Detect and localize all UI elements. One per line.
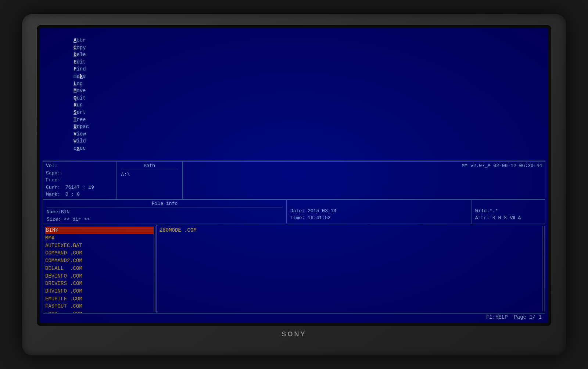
file-size-row: Size: << dir >> [47,216,283,223]
menu-find[interactable]: Find [74,66,86,72]
mm-version-box: MM v2.07_A 02-09-12 06:30:44 [183,162,545,199]
vol-label: Vol: [46,163,57,169]
menu-tree[interactable]: Tree [74,117,86,123]
menu-move[interactable]: Move [74,88,86,94]
main-panels: BIN¥ MM¥ AUTOEXEC.BAT COMMAND .COM COMMA… [43,225,545,313]
file-item-mm[interactable]: MM¥ [45,234,154,242]
page-label: Page [514,314,526,320]
menu-exec[interactable]: exec [74,145,86,151]
file-item-bin[interactable]: BIN¥ [45,227,154,234]
capa-row: Capa: [46,170,113,177]
file-item-command2[interactable]: COMMAND2.COM [45,257,154,265]
menu-run[interactable]: Run [74,102,83,108]
mm-version-text: MM v2.07_A [462,163,491,169]
mm-version: MM v2.07_A 02-09-12 06:30:44 [186,162,542,170]
file-item-drivers[interactable]: DRIVERS .COM [45,280,154,287]
page-total: 1 [539,314,542,320]
curr-val1: 76147 [65,185,80,190]
screen-content: Attr Copy Dele Edit Find make Log Move Q… [43,30,545,321]
top-info-row: Vol: Capa: Free: Curr:76147 : 19 Mark:0 … [43,161,545,199]
wild-row: Wild:*.* [475,207,541,215]
mark-label: Mark: [46,192,60,197]
path-title: Path [121,162,178,170]
file-time-row: Time: 16:41:52 [290,214,467,222]
menu-dele[interactable]: Dele [74,52,86,58]
file-date-row: Date: 2015-03-13 [290,207,467,215]
left-scrollbar[interactable] [154,226,156,312]
file-item-emufile[interactable]: EMUFILE .COM [45,295,154,303]
menu-attr[interactable]: Attr [74,37,86,43]
menu-log[interactable]: Log [74,81,83,87]
file-item-lock[interactable]: LOCK .COM [45,310,154,313]
right-file-item-z80mode[interactable]: Z80MODE .COM [159,227,542,234]
free-row: Free: [46,177,113,184]
file-item-delall[interactable]: DELALL .COM [45,265,154,272]
file-item-devinfo[interactable]: DEVINFO .COM [45,272,154,280]
tv-brand: SONY [282,330,306,338]
right-scrollbar[interactable] [542,226,545,312]
left-file-list: BIN¥ MM¥ AUTOEXEC.BAT COMMAND .COM COMMA… [43,225,156,313]
mark-val2: 0 [77,192,80,197]
menu-wild[interactable]: Wild [74,138,86,144]
help-text: F1:HELP [486,314,508,320]
left-info-panel: Vol: Capa: Free: Curr:76147 : 19 Mark:0 … [43,162,116,199]
file-info-heading: File info [47,200,283,208]
free-label: Free: [46,177,60,183]
datetime-text: 02-09-12 06:30:44 [493,163,542,169]
tv-body: Attr Copy Dele Edit Find make Log Move Q… [22,14,566,355]
path-box: Path A:\ [116,162,183,199]
mark-row: Mark:0 : 0 [46,191,113,198]
file-info-section: File info Name:BIN Size: << dir >> [43,199,287,224]
tv-screen-bezel: Attr Copy Dele Edit Find make Log Move Q… [37,25,551,326]
file-item-command[interactable]: COMMAND .COM [45,249,154,257]
file-wild-section: Wild:*.* Attr: R H S Ⅶ A [472,199,545,224]
status-bar: F1:HELP Page 1 / 1 [43,313,545,321]
curr-val2: 19 [88,185,94,190]
attr-row: Attr: R H S Ⅶ A [475,214,541,222]
left-panel: BIN¥ MM¥ AUTOEXEC.BAT COMMAND .COM COMMA… [43,225,157,313]
menu-quit[interactable]: Quit [74,95,86,101]
screen: Attr Copy Dele Edit Find make Log Move Q… [40,28,548,323]
right-panel: Z80MODE .COM [157,225,545,313]
file-name-row: Name:BIN [47,209,283,216]
vol-row: Vol: [46,162,113,170]
file-info-row: File info Name:BIN Size: << dir >> Date:… [43,199,545,224]
file-item-autoexec[interactable]: AUTOEXEC.BAT [45,242,154,250]
menu-edit[interactable]: Edit [74,59,86,65]
mark-val1: 0 [65,192,68,197]
menu-unpac[interactable]: Unpac [74,124,89,130]
menu-bar: Attr Copy Dele Edit Find make Log Move Q… [43,30,545,161]
file-date-section: Date: 2015-03-13 Time: 16:41:52 [287,199,472,224]
menu-sort[interactable]: Sort [74,109,86,115]
file-item-drvinfo[interactable]: DRVINFO .COM [45,287,154,295]
menu-make[interactable]: make [74,73,86,79]
capa-label: Capa: [46,170,60,176]
curr-label: Curr: [46,185,60,190]
curr-row: Curr:76147 : 19 [46,184,113,191]
menu-copy[interactable]: Copy [74,45,86,51]
page-current: 1 [529,314,532,320]
menu-view[interactable]: View [74,131,86,137]
path-value: A:\ [121,171,178,179]
file-item-fastout[interactable]: FASTOUT .COM [45,303,154,310]
